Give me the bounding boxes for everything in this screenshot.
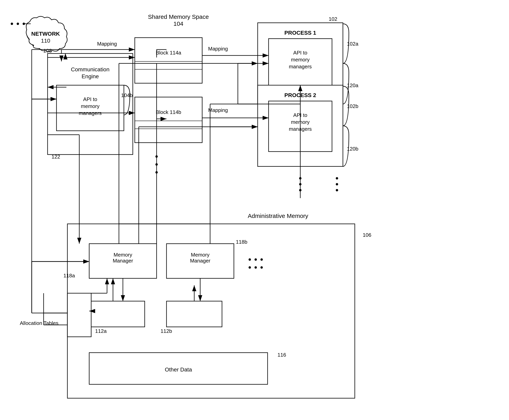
svg-point-27 <box>249 266 251 269</box>
block-114b-box <box>135 97 202 143</box>
svg-point-22 <box>336 183 338 185</box>
svg-point-10 <box>11 22 13 25</box>
svg-point-84 <box>155 155 158 158</box>
svg-point-21 <box>336 177 338 180</box>
memory-manager-2-label-line1: Memory <box>191 252 210 258</box>
block-114a-box <box>135 38 202 83</box>
ref-122: 122 <box>52 154 60 160</box>
mapping-label-2: Mapping <box>208 46 228 52</box>
shared-memory-space-label: Shared Memory Space <box>148 14 209 20</box>
process1-api-line2: memory <box>291 57 310 63</box>
process1-brace <box>343 24 349 104</box>
ref-118a: 118a <box>63 273 75 278</box>
process1-api-line1: API to <box>293 50 307 56</box>
svg-point-28 <box>255 266 257 269</box>
diagram-svg: NETWORK 110 Communication Engine API to … <box>0 0 509 420</box>
diagram-container: NETWORK 110 Communication Engine API to … <box>0 0 509 420</box>
svg-point-26 <box>260 258 263 261</box>
network-cloud: NETWORK 110 <box>26 16 67 52</box>
ref-116: 116 <box>277 352 286 358</box>
process2-brace <box>343 86 349 166</box>
ref-104b: 104b <box>121 92 133 98</box>
ref-112b: 112b <box>160 328 172 334</box>
svg-point-25 <box>255 258 257 261</box>
ref-112a: 112a <box>95 328 107 334</box>
svg-point-24 <box>249 258 251 261</box>
svg-point-11 <box>17 22 19 25</box>
comm-engine-api-line2: memory <box>81 103 99 109</box>
alloc-table-112a-box <box>89 301 145 327</box>
ref-106: 106 <box>363 232 371 238</box>
svg-point-23 <box>336 189 338 191</box>
network-num: 110 <box>41 38 50 44</box>
svg-point-86 <box>155 171 158 173</box>
mapping-label-1: Mapping <box>97 41 117 47</box>
memory-manager-2-label-line2: Manager <box>190 258 211 264</box>
svg-point-85 <box>155 163 158 166</box>
block-114a-label: Block 114a <box>156 50 181 56</box>
admin-memory-label: Administrative Memory <box>248 213 308 219</box>
ref-102: 102 <box>329 16 337 22</box>
block-114b-label: Block 114b <box>156 109 181 115</box>
alloc-area-left-box <box>67 293 91 337</box>
process1-api-line3: managers <box>289 64 312 69</box>
comm-engine-label-line2: Engine <box>82 73 99 79</box>
memory-manager-1-label-line2: Manager <box>113 258 133 264</box>
comm-engine-label-line1: Communication <box>71 66 110 73</box>
svg-point-29 <box>260 266 263 269</box>
network-label: NETWORK <box>31 31 60 37</box>
shared-memory-space-num: 104 <box>174 20 183 27</box>
mapping-label-3: Mapping <box>208 107 228 113</box>
ref-118b: 118b <box>236 239 247 245</box>
alloc-table-112b-box <box>167 301 222 327</box>
ref-108: 108 <box>43 48 52 54</box>
process1-label: PROCESS 1 <box>284 30 316 36</box>
memory-manager-1-label-line1: Memory <box>114 252 132 258</box>
comm-engine-api-line1: API to <box>83 96 97 102</box>
other-data-label: Other Data <box>165 367 192 373</box>
